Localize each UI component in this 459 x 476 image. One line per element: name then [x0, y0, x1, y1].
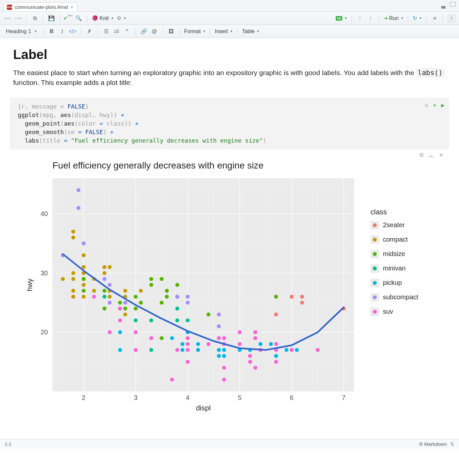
popout-icon[interactable]: ⧉ — [31, 15, 38, 22]
svg-point-62 — [108, 301, 111, 305]
spellcheck-icon[interactable]: ✔ABC — [65, 15, 72, 22]
svg-point-94 — [170, 336, 174, 340]
link-icon[interactable]: 🔗 — [140, 28, 148, 35]
svg-text:4: 4 — [186, 394, 190, 401]
publish-icon: ↻ — [413, 15, 417, 21]
svg-point-82 — [139, 289, 143, 293]
next-chunk-icon[interactable]: ⇩ — [367, 15, 374, 22]
bullet-list-icon[interactable]: ☰ — [103, 28, 110, 35]
svg-point-78 — [134, 319, 138, 323]
blockquote-icon[interactable]: ❞ — [124, 28, 131, 35]
collapse-plot-icon[interactable]: ︽ — [429, 152, 434, 159]
svg-point-37 — [71, 295, 75, 299]
settings-button[interactable]: ⚙ — [117, 15, 126, 21]
svg-point-84 — [149, 319, 153, 323]
numbered-list-icon[interactable]: 1☰ — [113, 28, 120, 35]
chunk-options-icon[interactable]: ⚙ — [425, 101, 428, 109]
format-menu[interactable]: Format — [184, 29, 206, 34]
svg-point-99 — [175, 319, 179, 323]
svg-point-51 — [92, 289, 96, 293]
publish-button[interactable]: ↻ — [413, 15, 422, 21]
close-icon[interactable]: × — [70, 4, 73, 10]
chart: Fuel efficiency generally decreases with… — [13, 155, 446, 424]
svg-point-74 — [123, 313, 127, 317]
svg-point-55 — [103, 271, 107, 275]
clear-format-icon[interactable]: ✗ — [86, 28, 93, 35]
labs-code: labs() — [416, 69, 444, 77]
svg-point-58 — [103, 277, 107, 281]
svg-point-127 — [238, 330, 242, 334]
svg-point-76 — [123, 301, 127, 305]
svg-point-131 — [248, 354, 252, 358]
expand-plot-icon[interactable]: ⧉ — [420, 152, 423, 159]
forward-icon[interactable]: ⟹ — [14, 15, 22, 22]
run-icon: ➔ — [384, 15, 388, 21]
svg-point-121 — [222, 348, 226, 352]
file-tab[interactable]: communicate-plots.Rmd × — [3, 2, 77, 11]
find-icon[interactable]: 🔍 — [75, 15, 82, 22]
svg-point-65 — [108, 330, 111, 334]
prev-chunk-icon[interactable]: ⇧ — [356, 15, 364, 22]
svg-point-34 — [71, 277, 75, 281]
save-icon[interactable]: 💾 — [48, 15, 55, 22]
run-button[interactable]: ➔ Run — [384, 15, 403, 21]
svg-point-47 — [82, 242, 86, 246]
code-chunk[interactable]: ⚙ ▾ ▶ {r, message = FALSE} ggplot(mpg, a… — [10, 98, 449, 149]
doc-type-menu-icon[interactable]: ⇅ — [450, 441, 454, 447]
run-above-icon[interactable]: ▾ — [433, 101, 436, 109]
code-line: labs(title = "Fuel efficiency generally … — [18, 136, 441, 145]
visual-mode-icon[interactable]: A — [448, 15, 455, 22]
svg-point-144 — [274, 354, 278, 358]
svg-text:30: 30 — [41, 269, 48, 277]
svg-point-63 — [108, 265, 111, 269]
svg-point-105 — [186, 336, 190, 340]
knit-icon: 🧶 — [92, 15, 98, 21]
paragraph-style-select[interactable]: Heading 1 — [4, 28, 39, 35]
maximize-pane-icon[interactable] — [450, 2, 456, 7]
italic-icon[interactable]: I — [59, 28, 66, 35]
svg-point-102 — [181, 342, 185, 346]
svg-point-120 — [217, 325, 221, 328]
code-line: geom_smooth(se = FALSE) + — [18, 128, 441, 136]
svg-point-145 — [285, 348, 289, 352]
svg-point-117 — [217, 348, 221, 352]
insert-menu[interactable]: Insert — [215, 29, 232, 34]
insert-chunk-button[interactable]: +c — [336, 16, 347, 21]
knit-button[interactable]: 🧶 Knit — [92, 15, 113, 21]
svg-point-48 — [82, 253, 86, 257]
run-chunk-icon[interactable]: ▶ — [441, 101, 445, 109]
svg-point-126 — [222, 354, 226, 358]
svg-point-100 — [175, 295, 179, 299]
svg-text:minivan: minivan — [383, 265, 406, 272]
svg-text:3: 3 — [134, 394, 137, 401]
svg-text:40: 40 — [41, 210, 48, 218]
svg-point-119 — [217, 313, 221, 317]
svg-point-151 — [316, 348, 320, 352]
bold-icon[interactable]: B — [48, 28, 55, 35]
svg-point-147 — [290, 295, 294, 299]
code-line: geom_point(aes(color = class)) + — [18, 119, 441, 128]
svg-text:pickup: pickup — [383, 279, 402, 286]
code-icon[interactable]: </> — [69, 28, 76, 35]
svg-point-107 — [186, 348, 190, 352]
svg-point-164 — [373, 267, 377, 270]
outline-icon[interactable]: ≡ — [431, 15, 438, 22]
minimize-pane-icon[interactable]: ▃ — [441, 2, 447, 7]
svg-point-149 — [300, 301, 304, 305]
citation-icon[interactable]: @ — [151, 28, 158, 35]
back-icon[interactable]: ⟸ — [4, 15, 11, 22]
svg-point-95 — [170, 378, 174, 382]
code-line: ggplot(mpg, aes(displ, hwy)) + — [18, 111, 441, 119]
image-icon[interactable]: 🖼 — [168, 28, 175, 35]
svg-point-41 — [76, 206, 80, 210]
table-menu[interactable]: Table — [242, 29, 259, 34]
svg-point-138 — [269, 342, 273, 346]
svg-point-135 — [253, 366, 257, 370]
remove-plot-icon[interactable]: ✕ — [439, 152, 443, 159]
svg-point-98 — [175, 307, 179, 311]
svg-point-143 — [274, 342, 278, 346]
gear-icon: ⚙ — [117, 15, 121, 21]
svg-point-139 — [274, 295, 278, 299]
svg-point-60 — [108, 295, 111, 299]
svg-point-68 — [118, 348, 122, 352]
